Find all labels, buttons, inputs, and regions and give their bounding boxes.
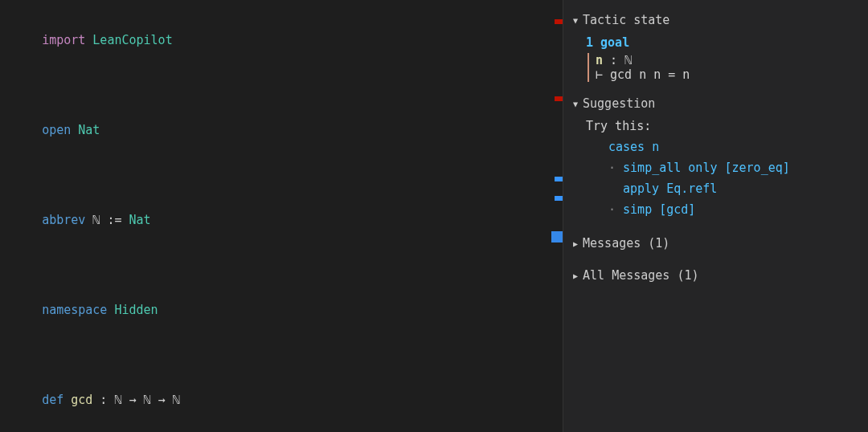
- all-messages-label: All Messages (1): [583, 268, 699, 283]
- minimap-marker-info: [555, 177, 563, 181]
- def-name: gcd: [71, 393, 92, 407]
- hypothesis-colon: :: [603, 53, 624, 67]
- suggestion-label: Suggestion: [583, 96, 655, 111]
- bullet-icon: ·: [608, 202, 623, 217]
- suggestion-simp[interactable]: simp: [623, 202, 659, 217]
- bullet-icon: ·: [608, 161, 623, 175]
- tactic-state-header[interactable]: Tactic state: [570, 8, 862, 32]
- suggestion-cases[interactable]: cases n: [608, 140, 659, 154]
- minimap-marker-cursor: [551, 231, 563, 242]
- tactic-state-label: Tactic state: [583, 13, 669, 27]
- keyword-abbrev: abbrev: [42, 213, 85, 227]
- goal-count: 1 goal: [570, 35, 862, 50]
- minimap[interactable]: [551, 0, 563, 432]
- suggestion-simp-all-args[interactable]: [zero_eq]: [725, 161, 790, 175]
- namespace-name: Hidden: [114, 303, 158, 317]
- suggestion-body: Try this: cases n · simp_all only [zero_…: [570, 116, 862, 220]
- suggestion-simp-args[interactable]: [gcd]: [659, 202, 695, 217]
- hypothesis-name: n: [596, 53, 603, 67]
- code-editor[interactable]: import LeanCopilot open Nat abbrev ℕ := …: [0, 0, 563, 432]
- keyword-import: import: [42, 33, 85, 47]
- assign-op: :=: [107, 213, 121, 227]
- goal-expression: gcd n n = n: [610, 67, 690, 82]
- keyword-namespace: namespace: [42, 303, 107, 317]
- messages-header[interactable]: Messages (1): [570, 231, 862, 255]
- module-name: LeanCopilot: [92, 33, 172, 47]
- all-messages-header[interactable]: All Messages (1): [570, 263, 862, 287]
- goal-block: n : ℕ ⊢ gcd n n = n: [588, 53, 862, 82]
- def-signature: : ℕ → ℕ → ℕ: [92, 393, 179, 407]
- try-this-label: Try this:: [586, 116, 862, 137]
- open-namespace: Nat: [78, 123, 100, 137]
- hypothesis-type: ℕ: [624, 53, 632, 67]
- abbrev-value: Nat: [129, 213, 151, 227]
- suggestion-header[interactable]: Suggestion: [570, 92, 862, 116]
- type-symbol: ℕ: [92, 213, 100, 227]
- turnstile-icon: ⊢: [596, 67, 610, 82]
- minimap-marker-error: [555, 19, 563, 24]
- minimap-marker-info: [555, 196, 563, 201]
- messages-label: Messages (1): [583, 236, 669, 251]
- keyword-open: open: [42, 123, 71, 137]
- keyword-def: def: [42, 393, 63, 407]
- suggestion-simp-all[interactable]: simp_all only: [623, 161, 724, 175]
- minimap-marker-error: [555, 96, 563, 101]
- lean-infoview: Tactic state 1 goal n : ℕ ⊢ gcd n n = n …: [563, 0, 868, 432]
- suggestion-apply-refl[interactable]: apply Eq.refl: [623, 181, 717, 196]
